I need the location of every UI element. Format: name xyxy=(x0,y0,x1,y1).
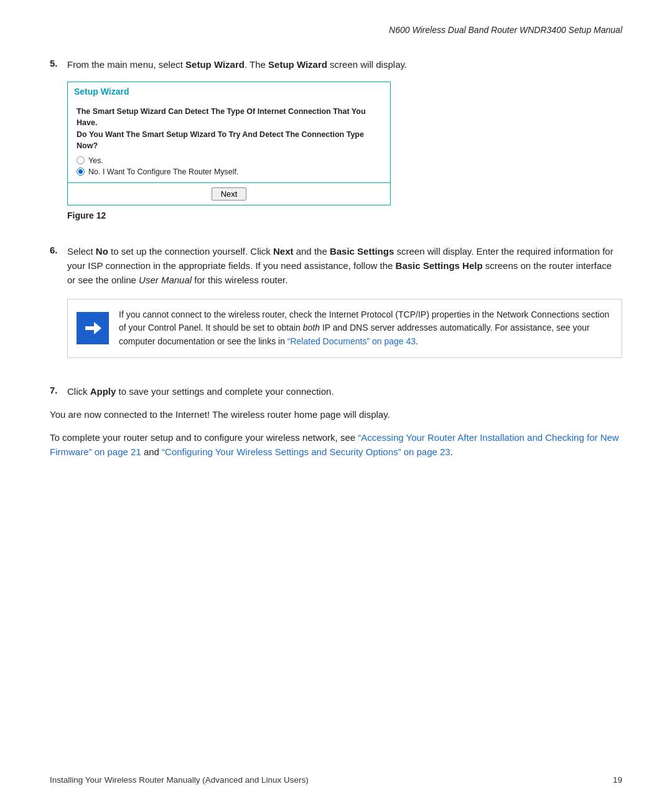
radio-yes[interactable] xyxy=(77,156,85,164)
wizard-description: The Smart Setup Wizard Can Detect The Ty… xyxy=(77,106,381,151)
step-6-text: Select No to set up the connection yours… xyxy=(67,244,622,288)
step-7: 7. Click Apply to save your settings and… xyxy=(50,384,622,399)
step6-bold-next: Next xyxy=(273,246,294,257)
footer-left: Installing Your Wireless Router Manually… xyxy=(50,775,309,785)
step7-bold-apply: Apply xyxy=(90,386,116,397)
arrow-right-icon xyxy=(84,319,101,337)
setup-wizard-box: Setup Wizard The Smart Setup Wizard Can … xyxy=(67,82,391,205)
figure-12-label: Figure 12 xyxy=(67,210,622,220)
step-5-number: 5. xyxy=(50,57,67,68)
footer-right: 19 xyxy=(613,775,622,785)
note-related-documents-link[interactable]: “Related Documents” on page 43 xyxy=(287,336,416,346)
step6-bold-no: No xyxy=(96,246,108,257)
note-italic-both: both xyxy=(303,323,320,333)
page-header: N600 Wireless Dual Band Router WNDR3400 … xyxy=(50,25,622,35)
wizard-title: Setup Wizard xyxy=(68,82,390,100)
step-6: 6. Select No to set up the connection yo… xyxy=(50,244,622,372)
wizard-option-no[interactable]: No. I Want To Configure The Router Mysel… xyxy=(77,168,381,176)
radio-no[interactable] xyxy=(77,168,85,176)
svg-marker-1 xyxy=(94,322,101,334)
step-7-number: 7. xyxy=(50,384,67,395)
note-box: If you cannot connect to the wireless ro… xyxy=(67,299,622,358)
step5-bold2: Setup Wizard xyxy=(268,59,327,70)
wizard-body: The Smart Setup Wizard Can Detect The Ty… xyxy=(68,100,390,182)
step5-bold1: Setup Wizard xyxy=(185,59,245,70)
page-footer: Installing Your Wireless Router Manually… xyxy=(50,775,622,785)
wizard-footer: Next xyxy=(68,182,390,205)
step-5-text: From the main menu, select Setup Wizard.… xyxy=(67,57,622,72)
step6-bold-basic: Basic Settings xyxy=(330,246,394,257)
step6-italic-manual: User Manual xyxy=(139,275,192,285)
step-7-text: Click Apply to save your settings and co… xyxy=(67,384,622,399)
link-configuring-wireless[interactable]: “Configuring Your Wireless Settings and … xyxy=(162,446,450,457)
note-arrow-icon xyxy=(77,312,109,344)
wizard-option-yes[interactable]: Yes. xyxy=(77,156,381,165)
step-6-content: Select No to set up the connection yours… xyxy=(67,244,622,372)
note-text: If you cannot connect to the wireless ro… xyxy=(119,308,610,349)
step-5-content: From the main menu, select Setup Wizard.… xyxy=(67,57,622,232)
option-no-label: No. I Want To Configure The Router Mysel… xyxy=(88,168,239,176)
para-complete-setup: To complete your router setup and to con… xyxy=(50,430,622,460)
option-yes-label: Yes. xyxy=(88,156,103,165)
svg-rect-0 xyxy=(85,326,95,330)
next-button[interactable]: Next xyxy=(212,187,247,201)
step6-bold-help: Basic Settings Help xyxy=(396,260,483,271)
step-7-content: Click Apply to save your settings and co… xyxy=(67,384,622,399)
step-6-number: 6. xyxy=(50,244,67,255)
step-5: 5. From the main menu, select Setup Wiza… xyxy=(50,57,622,232)
para-connected: You are now connected to the Internet! T… xyxy=(50,407,622,422)
